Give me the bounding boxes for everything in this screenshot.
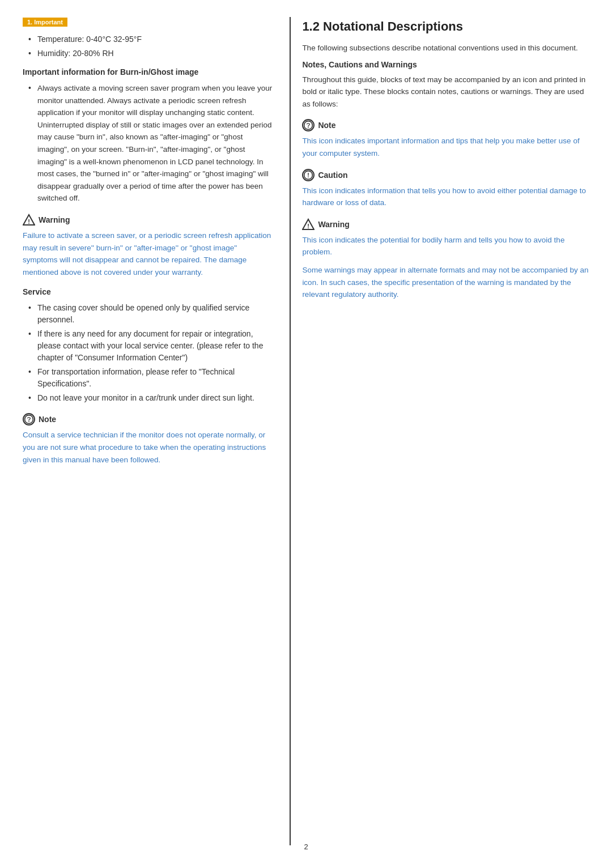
right-caution-label: Caution (318, 171, 347, 180)
right-warning-triangle-icon: ! (302, 218, 314, 231)
page-number: 2 (304, 843, 308, 851)
right-warning-block: ! Warning This icon indicates the potent… (302, 218, 589, 301)
right-warning-text-1: This icon indicates the potential for bo… (302, 234, 589, 258)
note-label-1: Note (39, 415, 56, 424)
burn-heading: Important information for Burn-in/Ghost … (23, 67, 273, 76)
right-note-text: This icon indicates important informatio… (302, 135, 589, 159)
right-note-title: Note (302, 119, 589, 131)
notes-cautions-body: Throughout this guide, blocks of text ma… (302, 74, 589, 110)
right-caution-title: ! Caution (302, 169, 589, 181)
svg-text:!: ! (308, 171, 310, 178)
svg-point-3 (28, 421, 29, 422)
right-note-circle-icon (302, 119, 314, 131)
service-heading: Service (23, 287, 273, 296)
list-item: If there is any need for any document fo… (28, 328, 273, 364)
warning-label-1: Warning (39, 215, 70, 224)
burn-body-list: Always activate a moving screen saver pr… (23, 82, 273, 205)
warning-block-1: ! Warning Failure to activate a screen s… (23, 214, 273, 278)
left-column: 1. Important Temperature: 0-40°C 32-95°F… (23, 17, 290, 845)
note-text-1: Consult a service technician if the moni… (23, 429, 273, 466)
note-block-1: Note Consult a service technician if the… (23, 413, 273, 466)
list-item: Do not leave your monitor in a car/trunk… (28, 392, 273, 404)
burn-body-text: Always activate a moving screen saver pr… (37, 84, 272, 202)
warning-text-1: Failure to activate a screen saver, or a… (23, 229, 273, 278)
right-caution-block: ! Caution This icon indicates informatio… (302, 169, 589, 209)
right-warning-label: Warning (318, 220, 349, 229)
right-caution-icon: ! (302, 169, 314, 181)
section-intro-text: The following subsections describe notat… (302, 42, 589, 54)
svg-text:!: ! (28, 218, 30, 225)
list-item: For transportation information, please r… (28, 366, 273, 390)
right-warning-text-2: Some warnings may appear in alternate fo… (302, 264, 589, 301)
list-item: Humidity: 20-80% RH (28, 48, 273, 59)
list-item: Always activate a moving screen saver pr… (28, 82, 273, 205)
right-note-label: Note (318, 121, 335, 130)
svg-point-5 (308, 127, 309, 128)
right-column: 1.2 Notational Descriptions The followin… (290, 17, 589, 845)
right-caution-text: This icon indicates information that tel… (302, 185, 589, 209)
service-bullet-list: The casing cover should be opened only b… (23, 302, 273, 404)
right-note-block: Note This icon indicates important infor… (302, 119, 589, 159)
important-badge: 1. Important (23, 17, 273, 33)
note-circle-icon (23, 413, 35, 426)
right-warning-title: ! Warning (302, 218, 589, 231)
warning-triangle-icon: ! (23, 214, 35, 226)
svg-point-2 (25, 415, 33, 424)
note-title-1: Note (23, 413, 273, 426)
svg-text:!: ! (308, 223, 310, 229)
notes-cautions-heading: Notes, Cautions and Warnings (302, 60, 589, 69)
list-item: The casing cover should be opened only b… (28, 302, 273, 326)
warning-title-1: ! Warning (23, 214, 273, 226)
intro-bullet-list: Temperature: 0-40°C 32-95°F Humidity: 20… (23, 33, 273, 59)
svg-point-4 (304, 121, 313, 130)
section-title: 1.2 Notational Descriptions (302, 17, 589, 34)
list-item: Temperature: 0-40°C 32-95°F (28, 33, 273, 45)
